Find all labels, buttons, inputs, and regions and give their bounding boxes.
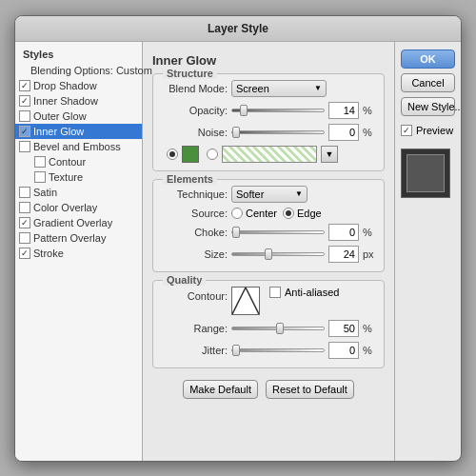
sidebar-item-gradient-overlay[interactable]: Gradient Overlay bbox=[15, 215, 142, 230]
technique-arrow-icon: ▼ bbox=[295, 189, 303, 198]
title-bar: Layer Style bbox=[15, 16, 461, 42]
sidebar-item-satin[interactable]: Satin bbox=[15, 185, 142, 200]
anti-alias-checkbox[interactable] bbox=[269, 287, 281, 298]
quality-label: Quality bbox=[163, 274, 206, 286]
elements-label: Elements bbox=[163, 173, 217, 185]
blend-mode-row: Blend Mode: Screen ▼ bbox=[161, 80, 376, 97]
color-radio[interactable] bbox=[167, 149, 178, 160]
sidebar-item-blending[interactable]: Blending Options: Custom bbox=[15, 63, 142, 78]
dialog-title: Layer Style bbox=[208, 22, 268, 35]
range-slider[interactable] bbox=[231, 327, 325, 330]
inner-glow-checkbox[interactable] bbox=[19, 126, 30, 137]
noise-row: Noise: % bbox=[161, 124, 376, 141]
right-buttons-panel: OK Cancel New Style... Preview bbox=[394, 42, 461, 461]
gradient-radio[interactable] bbox=[207, 149, 218, 160]
stroke-checkbox[interactable] bbox=[19, 248, 30, 259]
contour-label: Contour: bbox=[161, 287, 228, 302]
size-input[interactable] bbox=[328, 246, 359, 263]
texture-checkbox[interactable] bbox=[34, 171, 46, 183]
quality-section: Quality Contour: Anti-aliased bbox=[152, 280, 385, 368]
color-swatch[interactable] bbox=[182, 146, 199, 163]
size-unit: px bbox=[363, 248, 376, 260]
noise-slider[interactable] bbox=[231, 130, 325, 134]
technique-dropdown[interactable]: Softer ▼ bbox=[231, 186, 307, 203]
contour-thumbnail[interactable] bbox=[231, 287, 260, 315]
dialog-body: Styles Blending Options: Custom Drop Sha… bbox=[15, 42, 461, 461]
jitter-row: Jitter: % bbox=[161, 342, 376, 359]
opacity-input[interactable] bbox=[328, 102, 359, 119]
jitter-input[interactable] bbox=[328, 342, 359, 359]
sidebar-item-pattern-overlay[interactable]: Pattern Overlay bbox=[15, 230, 142, 246]
sidebar-item-bevel-emboss[interactable]: Bevel and Emboss bbox=[15, 139, 142, 154]
jitter-slider[interactable] bbox=[231, 348, 325, 352]
sidebar-item-texture[interactable]: Texture bbox=[15, 169, 142, 185]
gradient-overlay-checkbox[interactable] bbox=[19, 217, 30, 228]
anti-alias-container: Anti-aliased bbox=[269, 287, 339, 298]
jitter-unit: % bbox=[363, 345, 376, 356]
preview-container: Preview bbox=[401, 125, 455, 136]
opacity-slider[interactable] bbox=[231, 109, 325, 112]
gradient-options-button[interactable]: ▼ bbox=[321, 146, 338, 163]
pattern-overlay-checkbox[interactable] bbox=[19, 232, 30, 244]
layer-preview bbox=[401, 149, 450, 198]
sidebar-item-inner-glow[interactable]: Inner Glow bbox=[15, 124, 142, 139]
bottom-buttons: Make Default Reset to Default bbox=[152, 376, 385, 401]
elements-section: Elements Technique: Softer ▼ Source: bbox=[152, 179, 385, 272]
inner-shadow-checkbox[interactable] bbox=[19, 95, 30, 107]
technique-row: Technique: Softer ▼ bbox=[161, 186, 376, 203]
noise-input[interactable] bbox=[328, 124, 359, 141]
edge-radio[interactable] bbox=[283, 208, 294, 219]
edge-radio-label[interactable]: Edge bbox=[283, 208, 322, 219]
choke-label: Choke: bbox=[161, 227, 228, 238]
opacity-thumb[interactable] bbox=[240, 105, 248, 116]
contour-checkbox[interactable] bbox=[34, 156, 46, 168]
opacity-label: Opacity: bbox=[161, 105, 228, 116]
color-gradient-row: ▼ bbox=[161, 146, 376, 163]
choke-input[interactable] bbox=[328, 224, 359, 241]
sidebar-item-color-overlay[interactable]: Color Overlay bbox=[15, 200, 142, 215]
outer-glow-checkbox[interactable] bbox=[19, 110, 30, 122]
sidebar: Styles Blending Options: Custom Drop Sha… bbox=[15, 42, 143, 461]
center-radio-label[interactable]: Center bbox=[231, 208, 277, 219]
sidebar-item-drop-shadow[interactable]: Drop Shadow bbox=[15, 78, 142, 93]
size-slider[interactable] bbox=[231, 252, 325, 256]
range-unit: % bbox=[363, 323, 376, 334]
sidebar-item-contour[interactable]: Contour bbox=[15, 154, 142, 169]
new-style-button[interactable]: New Style... bbox=[401, 97, 455, 116]
contour-row: Contour: Anti-aliased bbox=[161, 287, 376, 315]
range-input[interactable] bbox=[328, 320, 359, 337]
layer-style-dialog: Layer Style Styles Blending Options: Cus… bbox=[14, 15, 462, 462]
source-radio-group: Center Edge bbox=[231, 208, 322, 219]
technique-label: Technique: bbox=[161, 188, 228, 200]
drop-shadow-checkbox[interactable] bbox=[19, 80, 30, 91]
gradient-bar[interactable] bbox=[222, 146, 317, 163]
structure-section: Structure Blend Mode: Screen ▼ Opacity: bbox=[152, 73, 385, 171]
source-label: Source: bbox=[161, 208, 228, 219]
opacity-row: Opacity: % bbox=[161, 102, 376, 119]
range-label: Range: bbox=[161, 323, 228, 334]
sidebar-item-outer-glow[interactable]: Outer Glow bbox=[15, 109, 142, 124]
range-row: Range: % bbox=[161, 320, 376, 337]
jitter-thumb[interactable] bbox=[232, 345, 240, 356]
satin-checkbox[interactable] bbox=[19, 187, 30, 198]
size-label: Size: bbox=[161, 248, 228, 260]
choke-slider[interactable] bbox=[231, 230, 325, 234]
range-thumb[interactable] bbox=[276, 323, 284, 334]
noise-thumb[interactable] bbox=[232, 127, 240, 138]
size-thumb[interactable] bbox=[265, 248, 272, 260]
bevel-emboss-checkbox[interactable] bbox=[19, 141, 30, 152]
center-radio[interactable] bbox=[231, 208, 243, 219]
reset-default-button[interactable]: Reset to Default bbox=[266, 380, 354, 399]
make-default-button[interactable]: Make Default bbox=[183, 380, 258, 399]
sidebar-item-inner-shadow[interactable]: Inner Shadow bbox=[15, 93, 142, 109]
ok-button[interactable]: OK bbox=[401, 50, 455, 69]
source-row: Source: Center Edge bbox=[161, 208, 376, 219]
color-overlay-checkbox[interactable] bbox=[19, 202, 30, 213]
noise-label: Noise: bbox=[161, 127, 228, 138]
blend-mode-dropdown[interactable]: Screen ▼ bbox=[231, 80, 327, 97]
choke-thumb[interactable] bbox=[232, 227, 240, 238]
preview-checkbox[interactable] bbox=[401, 125, 412, 136]
cancel-button[interactable]: Cancel bbox=[401, 73, 455, 92]
sidebar-item-stroke[interactable]: Stroke bbox=[15, 246, 142, 261]
anti-alias-label: Anti-aliased bbox=[285, 287, 339, 298]
